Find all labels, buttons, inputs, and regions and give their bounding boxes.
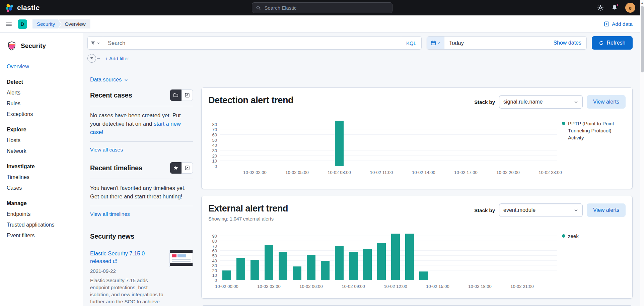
recent-timelines-title: Recent timelines: [90, 164, 142, 172]
chart-bar[interactable]: [391, 234, 400, 280]
chart-bar[interactable]: [279, 252, 288, 280]
filter-funnel-icon: [90, 56, 94, 60]
query-search-input[interactable]: [103, 37, 401, 49]
timelines-favorites-filter-button[interactable]: [170, 162, 182, 174]
sidebar-item-cases[interactable]: Cases: [7, 185, 78, 191]
sidebar-item-trusted-applications[interactable]: Trusted applications: [7, 222, 78, 228]
sidebar-section-title: Investigate: [7, 164, 78, 170]
sidebar-item-event-filters[interactable]: Event filters: [7, 233, 78, 239]
legend-item[interactable]: PPTP (Point to Point Tunneling Protocol)…: [562, 120, 626, 141]
y-tick-label: 0: [215, 164, 217, 169]
news-description: Elastic Security 7.15 adds endpoint prot…: [90, 277, 165, 306]
chart-bar[interactable]: [335, 246, 344, 280]
recent-cases-edited-filter-button[interactable]: [182, 89, 193, 101]
recent-cases-recent-filter-button[interactable]: [170, 89, 182, 101]
chart-bar[interactable]: [321, 261, 330, 281]
filter-options-button[interactable]: [87, 54, 96, 63]
legend-item[interactable]: zeek: [562, 233, 626, 240]
sidebar-item-alerts[interactable]: Alerts: [7, 90, 78, 96]
add-data-button[interactable]: Add data: [604, 21, 633, 27]
notifications-bell-icon[interactable]: [611, 4, 618, 11]
chart-plot[interactable]: [220, 233, 557, 280]
show-dates-link[interactable]: Show dates: [553, 40, 586, 46]
view-alerts-button[interactable]: View alerts: [587, 203, 626, 217]
scrollbar-thumb[interactable]: [641, 6, 644, 72]
timelines-updated-filter-button[interactable]: [182, 162, 193, 174]
chart-bar[interactable]: [377, 243, 386, 280]
view-alerts-button[interactable]: View alerts: [587, 95, 626, 109]
y-tick-label: 50: [212, 137, 217, 142]
gridline: [220, 134, 557, 135]
stack-by-select[interactable]: event.module: [499, 203, 583, 217]
sidebar-item-overview[interactable]: Overview: [7, 64, 29, 70]
sidebar-item-endpoints[interactable]: Endpoints: [7, 211, 78, 217]
view-all-cases-link[interactable]: View all cases: [90, 147, 123, 153]
chart-bar[interactable]: [251, 260, 260, 280]
chart-bar[interactable]: [363, 249, 372, 280]
stack-by-select[interactable]: signal.rule.name: [499, 95, 583, 109]
chevron-down-icon: [437, 41, 440, 45]
sidebar-item-rules[interactable]: Rules: [7, 101, 78, 107]
security-news-widget: Security news Elastic Security 7.15.0 re…: [90, 233, 193, 306]
y-tick-label: 80: [212, 122, 217, 127]
sidebar-item-exceptions[interactable]: Exceptions: [7, 111, 78, 117]
header-actions: e: [597, 3, 635, 13]
sidebar-sections: DetectAlertsRulesExceptionsExploreHostsN…: [7, 79, 78, 239]
sidebar-section-detect: DetectAlertsRulesExceptions: [7, 79, 78, 117]
chart-bar[interactable]: [293, 266, 302, 280]
external-alert-trend-panel: External alert trend Showing: 1,047 exte…: [201, 196, 633, 299]
kql-language-button[interactable]: KQL: [401, 37, 421, 49]
security-app-icon: [7, 41, 17, 51]
space-switcher[interactable]: D: [18, 19, 27, 29]
elastic-home-link[interactable]: elastic: [5, 4, 40, 12]
chart-bar[interactable]: [222, 270, 231, 280]
refresh-button[interactable]: Refresh: [592, 36, 633, 50]
user-avatar[interactable]: e: [625, 3, 635, 13]
data-sources-toggle[interactable]: Data sources: [90, 77, 128, 83]
x-tick-label: 10-02 03:00: [257, 284, 280, 289]
y-tick-label: 80: [212, 238, 217, 243]
menu-hamburger-icon[interactable]: [5, 20, 12, 27]
date-quick-select-button[interactable]: [427, 37, 444, 49]
sidebar-item-timelines[interactable]: Timelines: [7, 174, 78, 180]
y-tick-label: 70: [212, 243, 217, 248]
chart-bar[interactable]: [265, 245, 274, 280]
sidebar: Security Overview DetectAlertsRulesExcep…: [0, 33, 83, 306]
pencil-edit-icon: [185, 93, 190, 98]
date-range-value[interactable]: Today: [444, 40, 553, 46]
news-list: Elastic Security 7.15.0 released2021-09-…: [90, 250, 193, 306]
chart-bar[interactable]: [307, 255, 316, 280]
y-tick-label: 90: [212, 234, 217, 239]
y-tick-label: 20: [212, 153, 217, 158]
sidebar-item-network[interactable]: Network: [7, 148, 78, 154]
chart-plot[interactable]: [220, 120, 557, 166]
news-title-link[interactable]: Elastic Security 7.15.0 released: [90, 250, 145, 264]
global-header: elastic e: [0, 0, 644, 15]
chart-bar[interactable]: [405, 234, 414, 280]
chart-bar[interactable]: [419, 271, 428, 280]
y-tick-label: 40: [212, 258, 217, 263]
add-filter-button[interactable]: + Add filter: [105, 56, 129, 61]
gridline: [220, 124, 557, 124]
settings-gear-icon[interactable]: [597, 4, 604, 11]
sidebar-item-hosts[interactable]: Hosts: [7, 137, 78, 143]
refresh-icon: [599, 41, 604, 46]
panel-title: External alert trend: [208, 203, 288, 214]
view-all-timelines-link[interactable]: View all timelines: [90, 211, 130, 217]
scrollbar[interactable]: ▲: [640, 0, 644, 306]
recent-cases-empty-message: No cases have been created yet. Put your…: [90, 111, 193, 136]
chevron-down-icon: [574, 100, 578, 104]
gridline: [220, 156, 557, 156]
global-search-input[interactable]: [264, 5, 388, 11]
global-search[interactable]: [252, 2, 392, 13]
pencil-edit-icon: [185, 165, 190, 171]
chart-bar[interactable]: [349, 252, 358, 280]
sidebar-section-investigate: InvestigateTimelinesCases: [7, 164, 78, 191]
legend-label: PPTP (Point to Point Tunneling Protocol)…: [568, 120, 626, 141]
chart-bar[interactable]: [335, 121, 344, 166]
saved-query-menu-button[interactable]: [88, 37, 103, 49]
scrollbar-up-arrow[interactable]: ▲: [640, 0, 644, 4]
chart-bar[interactable]: [236, 258, 245, 280]
breadcrumb-security[interactable]: Security: [32, 19, 61, 28]
x-tick-label: 10-02 17:00: [454, 170, 477, 175]
